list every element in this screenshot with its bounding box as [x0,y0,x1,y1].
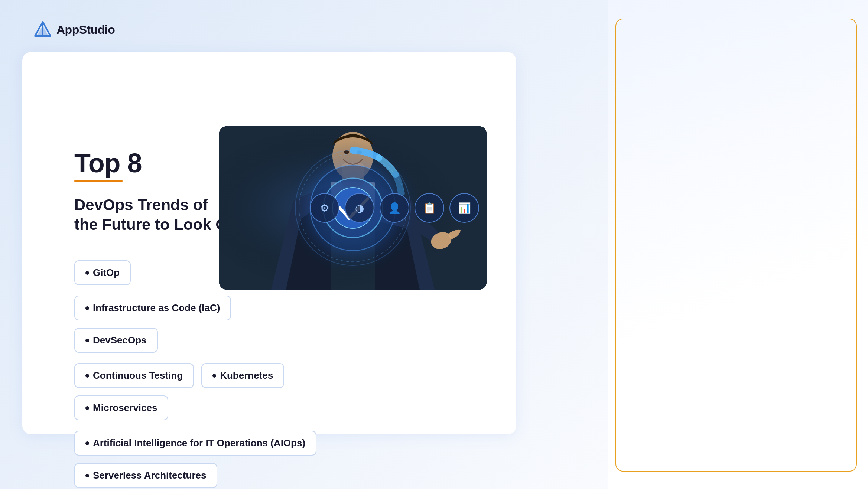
bullet-icon [212,374,216,378]
bullet-icon [85,406,89,410]
bullet-icon [85,474,89,477]
bullet-icon [85,306,89,310]
tag-continuous-testing: Continuous Testing [74,363,194,388]
tags-row-3: Continuous Testing Kubernetes Microservi… [74,363,305,420]
tags-container: GitOp Infrastructure as Code (IaC) DevSe… [74,260,305,488]
hero-image: ⚙ ◑ 👤 📋 📊 [219,126,487,290]
tag-devsecops: DevSecOps [74,328,158,353]
hero-background: ⚙ ◑ 👤 📋 📊 [219,126,487,290]
logo-text: AppStudio [56,23,115,37]
tech-icon-user: 👤 [380,193,409,223]
tech-icon-doc: 📋 [415,193,444,223]
tech-icons-row: ⚙ ◑ 👤 📋 📊 [310,193,479,223]
tech-icon-gear: ⚙ [310,193,339,223]
bullet-icon [85,374,89,378]
tag-gitop: GitOp [74,260,131,285]
main-content-card: Top 8 DevOps Trends of the Future to Loo… [22,52,516,434]
appstudio-logo-icon [33,20,52,39]
tech-icon-analytics: 📊 [449,193,479,223]
tech-icon-chart: ◑ [345,193,374,223]
tag-iac: Infrastructure as Code (IaC) [74,296,231,320]
top-divider [267,0,267,59]
bullet-icon [85,339,89,342]
tag-serverless: Serverless Architectures [74,463,217,488]
heading-underline [74,180,123,182]
tag-aiops: Artificial Intelligence for IT Operation… [74,431,316,456]
tag-kubernetes: Kubernetes [201,363,284,388]
tags-row-2: Infrastructure as Code (IaC) DevSecOps [74,296,305,353]
bullet-icon [85,441,89,445]
bullet-icon [85,271,89,275]
tag-microservices: Microservices [74,395,168,420]
right-bg-panel [608,0,868,489]
tags-row-4: Artificial Intelligence for IT Operation… [74,431,305,488]
logo-area: AppStudio [33,20,115,39]
